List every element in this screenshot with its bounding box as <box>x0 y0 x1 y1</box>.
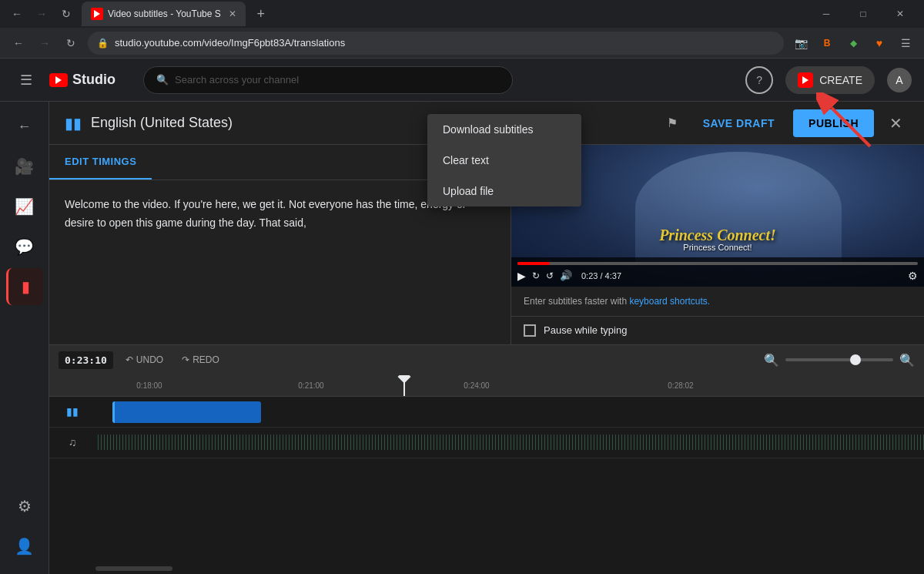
audio-track-row: ♫ <box>49 428 924 458</box>
subtitle-block[interactable] <box>112 401 262 423</box>
feedback-button[interactable]: ⚑ <box>660 111 685 136</box>
ruler-mark-1: 0:18:00 <box>136 381 162 390</box>
sidebar-item-feedback[interactable]: 👤 <box>6 528 43 565</box>
yt-studio-logo-text: Studio <box>72 72 116 88</box>
music-note-icon: ♫ <box>69 436 77 448</box>
yt-header: ☰ Studio 🔍 Search across your channel ? … <box>0 59 924 102</box>
subtitle-track-label: ▮▮ <box>49 405 95 418</box>
toolbar-nav: ← → ↻ <box>6 31 83 55</box>
zoom-slider-thumb[interactable] <box>850 354 861 365</box>
ruler-mark-2: 0:21:00 <box>298 381 323 390</box>
screenshot-button[interactable]: 📷 <box>788 31 813 55</box>
sidebar-item-back[interactable]: ← <box>6 108 43 145</box>
tab-edit-timings[interactable]: EDIT TIMINGS <box>49 145 152 180</box>
undo-icon: ↶ <box>126 354 133 365</box>
publish-button[interactable]: PUBLISH <box>793 109 874 137</box>
brave-rewards[interactable]: ♥ <box>867 31 892 55</box>
video-settings-button[interactable]: ⚙ <box>908 270 918 282</box>
play-button[interactable]: ▶ <box>517 270 526 282</box>
sidebar-item-comments[interactable]: 💬 <box>6 228 43 265</box>
undo-label: UNDO <box>136 354 163 365</box>
subtitle-track-row: ▮▮ <box>49 397 924 428</box>
dropdown-item-download[interactable]: Download subtitles <box>427 114 581 145</box>
rewind-button[interactable]: ↻ <box>532 270 540 281</box>
forward-button[interactable]: ↺ <box>546 270 554 281</box>
subtitle-track-icon: ▮▮ <box>65 114 82 133</box>
time-display: 0:23 / 4:37 <box>581 271 621 280</box>
avatar[interactable]: A <box>887 68 912 92</box>
minimize-button[interactable]: ─ <box>808 2 844 26</box>
nav-forward-button[interactable]: → <box>32 31 57 55</box>
nav-refresh-button[interactable]: ↻ <box>59 31 83 55</box>
sidebar-item-settings[interactable]: ⚙ <box>6 488 43 525</box>
close-button[interactable]: ✕ <box>882 2 918 26</box>
zoom-in-button[interactable]: 🔍 <box>899 353 915 368</box>
horizontal-scrollbar[interactable] <box>95 566 172 571</box>
audio-track-label: ♫ <box>49 436 95 448</box>
browser-forward-button[interactable]: → <box>31 3 52 25</box>
brave-wallet[interactable]: ☰ <box>893 31 918 55</box>
audio-track-content[interactable] <box>95 428 924 458</box>
redo-icon: ↷ <box>182 354 189 365</box>
shortcuts-hint-text: Enter subtitles faster with <box>524 296 627 307</box>
browser-toolbar: ← → ↻ 🔒 studio.youtube.com/video/ImgF6pb… <box>0 28 924 59</box>
browser-tab-active[interactable]: Video subtitles - YouTube S ✕ <box>82 2 246 26</box>
zoom-slider-track[interactable] <box>785 358 893 361</box>
search-bar[interactable]: 🔍 Search across your channel <box>143 66 513 94</box>
sidebar: ← 🎥 📈 💬 ▮ ⚙ 👤 <box>0 102 49 574</box>
create-label: CREATE <box>819 74 862 86</box>
extension-button[interactable]: ◆ <box>841 31 865 55</box>
browser-back-button[interactable]: ← <box>6 3 28 25</box>
pause-label: Pause while typing <box>544 324 627 336</box>
redo-button[interactable]: ↷ REDO <box>176 351 226 368</box>
address-bar[interactable]: 🔒 studio.youtube.com/video/ImgF6pbt83A/t… <box>88 32 784 55</box>
extension-brave[interactable]: B <box>815 31 839 55</box>
audio-waveform <box>95 435 924 450</box>
timeline-tracks: 0:18:00 0:21:00 0:24:00 0:28:02 ▮▮ <box>49 375 924 575</box>
tab-close-button[interactable]: ✕ <box>229 8 236 19</box>
pause-checkbox[interactable] <box>524 324 536 337</box>
nav-back-button[interactable]: ← <box>6 31 31 55</box>
new-tab-button[interactable]: + <box>250 3 272 25</box>
search-icon: 🔍 <box>156 74 169 86</box>
redo-label: REDO <box>192 354 219 365</box>
video-controls: ▶ ↻ ↺ 🔊 0:23 / 4:37 ⚙ <box>517 270 918 282</box>
browser-titlebar: ← → ↻ Video subtitles - YouTube S ✕ + ─ … <box>0 0 924 28</box>
hamburger-menu-button[interactable]: ☰ <box>12 66 40 94</box>
sidebar-item-videos[interactable]: 🎥 <box>6 148 43 185</box>
search-placeholder: Search across your channel <box>175 74 299 86</box>
dropdown-item-upload[interactable]: Upload file <box>427 176 581 206</box>
pause-while-typing-area: Pause while typing <box>511 317 924 344</box>
yt-logo-play-icon <box>55 76 62 84</box>
language-title: English (United States) <box>91 115 233 131</box>
close-editor-button[interactable]: ✕ <box>883 108 909 139</box>
timeline-ruler: 0:18:00 0:21:00 0:24:00 0:28:02 <box>49 375 924 397</box>
keyboard-shortcuts-link[interactable]: keyboard shortcuts. <box>629 296 710 307</box>
playhead[interactable] <box>403 375 405 396</box>
maximize-button[interactable]: □ <box>845 2 881 26</box>
save-draft-button[interactable]: SAVE DRAFT <box>694 111 784 136</box>
sidebar-lower: ⚙ 👤 <box>6 488 43 568</box>
sidebar-item-subtitles[interactable]: ▮ <box>6 268 43 305</box>
yt-logo-play-icon <box>94 10 100 18</box>
create-button[interactable]: CREATE <box>785 66 875 94</box>
zoom-out-button[interactable]: 🔍 <box>764 353 779 368</box>
subtitle-track-icon: ▮▮ <box>66 405 79 418</box>
url-text: studio.youtube.com/video/ImgF6pbt83A/tra… <box>115 37 345 49</box>
sidebar-item-analytics[interactable]: 📈 <box>6 188 43 225</box>
subtitle-track-content[interactable] <box>95 397 924 427</box>
volume-button[interactable]: 🔊 <box>560 270 572 281</box>
help-button[interactable]: ? <box>745 66 773 94</box>
lock-icon: 🔒 <box>97 38 109 49</box>
browser-nav-controls: ← → ↻ <box>6 3 77 25</box>
create-icon <box>798 72 813 88</box>
browser-refresh-button[interactable]: ↻ <box>55 3 77 25</box>
timeline-bar: 0:23:10 ↶ UNDO ↷ REDO 🔍 🔍 <box>49 344 924 375</box>
create-play-icon <box>802 76 808 84</box>
dropdown-item-clear[interactable]: Clear text <box>427 145 581 176</box>
header-actions: ? CREATE A <box>745 66 912 94</box>
undo-button[interactable]: ↶ UNDO <box>119 351 169 368</box>
progress-track[interactable] <box>517 262 918 265</box>
playhead-head <box>398 375 411 383</box>
tab-title: Video subtitles - YouTube S <box>108 8 221 19</box>
